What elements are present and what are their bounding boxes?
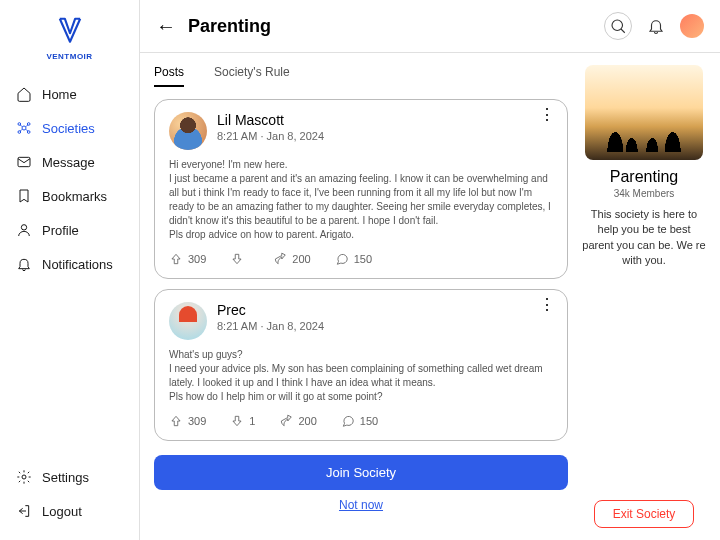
bookmark-icon <box>16 188 32 204</box>
nav-logout[interactable]: Logout <box>0 494 139 528</box>
notifications-button[interactable] <box>644 14 668 38</box>
post-body: Hi everyone! I'm new here. I just became… <box>169 158 553 242</box>
nav-bookmarks[interactable]: Bookmarks <box>0 179 139 213</box>
post-menu[interactable]: ⋮ <box>539 302 553 308</box>
join-society-button[interactable]: Join Society <box>154 455 568 490</box>
post-avatar[interactable] <box>169 112 207 150</box>
nav-message[interactable]: Message <box>0 145 139 179</box>
message-icon <box>16 154 32 170</box>
nav-notifications[interactable]: Notifications <box>0 247 139 281</box>
user-avatar[interactable] <box>680 14 704 38</box>
tab-posts[interactable]: Posts <box>154 65 184 87</box>
nav-home[interactable]: Home <box>0 77 139 111</box>
society-description: This society is here to help you be te b… <box>582 207 706 269</box>
bell-icon <box>647 17 665 35</box>
not-now-link[interactable]: Not now <box>154 498 568 512</box>
post-avatar[interactable] <box>169 302 207 340</box>
svg-rect-5 <box>18 157 30 166</box>
share-icon <box>279 414 293 428</box>
upvote-button[interactable]: 309 <box>169 414 206 428</box>
downvote-icon <box>230 252 244 266</box>
tab-rule[interactable]: Society's Rule <box>214 65 290 87</box>
post-body: What's up guys? I need your advice pls. … <box>169 348 553 404</box>
downvote-button[interactable]: 1 <box>230 414 255 428</box>
comment-button[interactable]: 150 <box>341 414 378 428</box>
societies-icon <box>16 120 32 136</box>
svg-point-7 <box>22 475 26 479</box>
gear-icon <box>16 469 32 485</box>
nav-societies[interactable]: Societies <box>0 111 139 145</box>
downvote-icon <box>230 414 244 428</box>
post-author[interactable]: Prec <box>217 302 529 318</box>
home-icon <box>16 86 32 102</box>
profile-icon <box>16 222 32 238</box>
upvote-button[interactable]: 309 <box>169 252 206 266</box>
nav-settings[interactable]: Settings <box>0 460 139 494</box>
search-button[interactable] <box>604 12 632 40</box>
upvote-icon <box>169 414 183 428</box>
society-name: Parenting <box>610 168 679 186</box>
svg-point-0 <box>22 126 26 130</box>
exit-society-button[interactable]: Exit Society <box>594 500 695 528</box>
society-image <box>585 65 703 160</box>
logout-icon <box>16 503 32 519</box>
nav-profile[interactable]: Profile <box>0 213 139 247</box>
search-icon <box>609 17 627 35</box>
post-card: Lil Mascott 8:21 AM · Jan 8, 2024 ⋮ Hi e… <box>154 99 568 279</box>
post-author[interactable]: Lil Mascott <box>217 112 529 128</box>
society-members: 34k Members <box>614 188 675 199</box>
post-timestamp: 8:21 AM · Jan 8, 2024 <box>217 130 529 142</box>
downvote-button[interactable] <box>230 252 249 266</box>
post-timestamp: 8:21 AM · Jan 8, 2024 <box>217 320 529 332</box>
upvote-icon <box>169 252 183 266</box>
logo: VENTMOIR <box>0 12 139 61</box>
comment-button[interactable]: 150 <box>335 252 372 266</box>
post-card: Prec 8:21 AM · Jan 8, 2024 ⋮ What's up g… <box>154 289 568 441</box>
svg-point-8 <box>612 20 623 31</box>
comment-icon <box>335 252 349 266</box>
post-menu[interactable]: ⋮ <box>539 112 553 118</box>
share-icon <box>273 252 287 266</box>
back-arrow[interactable]: ← <box>156 15 176 38</box>
page-title: Parenting <box>188 16 592 37</box>
share-button[interactable]: 200 <box>273 252 310 266</box>
share-button[interactable]: 200 <box>279 414 316 428</box>
bell-icon <box>16 256 32 272</box>
svg-point-6 <box>21 225 26 230</box>
comment-icon <box>341 414 355 428</box>
